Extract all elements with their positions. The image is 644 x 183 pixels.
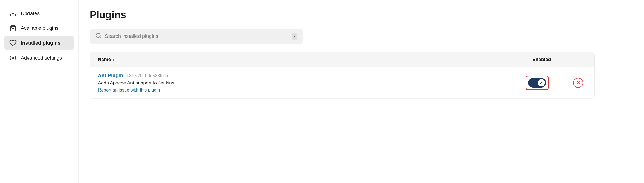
sidebar-item-advanced-settings[interactable]: Advanced settings: [4, 51, 74, 65]
check-icon: ✓: [540, 81, 543, 85]
sort-icon[interactable]: ↓: [112, 57, 114, 62]
sidebar-item-label: Available plugins: [21, 25, 59, 31]
col-name-header: Name ↓: [98, 57, 514, 62]
updates-icon: [9, 10, 17, 17]
plugin-enable-toggle[interactable]: ✓: [528, 78, 546, 88]
available-plugins-icon: [9, 25, 17, 31]
plugin-report-link[interactable]: Report an issue with this plugin: [98, 88, 160, 92]
search-input[interactable]: [105, 33, 288, 39]
page-title: Plugins: [90, 9, 633, 21]
search-icon: [95, 33, 102, 40]
svg-point-2: [12, 57, 14, 59]
plugin-description: Adds Apache Ant support to Jenkins: [98, 80, 505, 86]
search-bar: /: [90, 29, 303, 44]
advanced-settings-icon: [9, 54, 17, 61]
toggle-area: ✓: [509, 76, 565, 90]
plugin-delete-button[interactable]: ✕: [570, 78, 586, 88]
table-row: Ant Plugin 481.v7b_09e538fcca Adds Apach…: [90, 67, 594, 99]
plugin-title-row: Ant Plugin 481.v7b_09e538fcca: [98, 73, 505, 79]
sidebar-item-updates[interactable]: Updates: [4, 7, 74, 20]
search-shortcut-badge: /: [292, 33, 297, 40]
toggle-highlight-border: ✓: [526, 76, 549, 90]
sidebar-item-label: Advanced settings: [21, 55, 62, 61]
sidebar-item-installed-plugins[interactable]: Installed plugins: [4, 36, 74, 50]
table-header: Name ↓ Enabled: [90, 52, 594, 67]
col-enabled-header: Enabled: [514, 57, 570, 62]
sidebar-item-label: Installed plugins: [21, 40, 61, 46]
sidebar-item-label: Updates: [21, 11, 40, 17]
plugin-info: Ant Plugin 481.v7b_09e538fcca Adds Apach…: [98, 73, 505, 93]
installed-plugins-icon: [9, 39, 17, 47]
sidebar: Updates Available plugins Installed plug…: [0, 0, 79, 183]
svg-line-4: [100, 37, 101, 38]
plugin-version: 481.v7b_09e538fcca: [127, 73, 168, 78]
sidebar-item-available-plugins[interactable]: Available plugins: [4, 21, 74, 35]
plugin-name-link[interactable]: Ant Plugin: [98, 73, 123, 79]
toggle-knob: ✓: [538, 79, 545, 86]
delete-circle-icon: ✕: [573, 78, 583, 88]
plugins-table: Name ↓ Enabled Ant Plugin 481.v7b_09e538…: [90, 52, 595, 99]
main-content: Plugins / Name ↓ Enabled Ant Plugin: [79, 0, 644, 183]
